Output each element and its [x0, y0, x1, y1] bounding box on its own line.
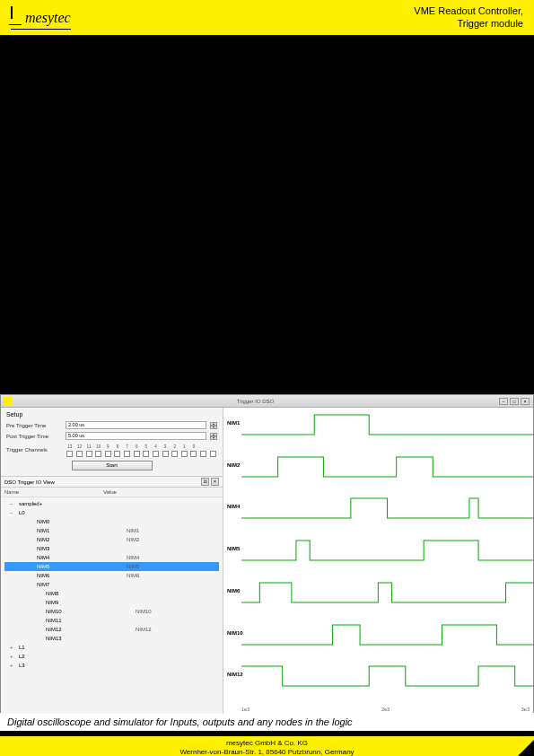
channel-checkbox[interactable] [143, 451, 149, 457]
channel-checkbox[interactable] [124, 451, 130, 457]
scope-trace-label: NIM4 [227, 504, 240, 509]
channel-checkbox[interactable] [66, 451, 73, 457]
channel-checkbox[interactable] [162, 451, 169, 457]
tree-item[interactable]: NIM4NIM4 [4, 553, 219, 562]
channels-grid-wrap: 131211109876543210 [66, 443, 217, 457]
scope-trace: NIM4 [223, 491, 533, 533]
posttrigger-input[interactable]: 5.00 us [66, 432, 206, 440]
channel-header [199, 444, 208, 449]
channel-checkbox[interactable] [210, 451, 216, 457]
tree-item[interactable]: NIM13 [4, 634, 219, 643]
setup-title: Setup [6, 411, 217, 418]
tree-item-name: sampled+ [19, 501, 109, 506]
tree-item-name: L2 [19, 654, 109, 659]
title-line-2: Trigger module [414, 18, 523, 30]
tree-item[interactable]: NIM11 [4, 616, 219, 625]
window-titlebar[interactable]: Trigger IO DSO – □ × [1, 395, 533, 408]
tree-group[interactable]: +L2 [4, 652, 219, 661]
pretrigger-spinner[interactable]: ▲▼ [210, 422, 217, 429]
channel-checkbox[interactable] [181, 451, 188, 457]
channel-checkbox[interactable] [105, 451, 111, 457]
tree-item-name: NIM13 [46, 636, 136, 641]
channel-header-row: 131211109876543210 [66, 444, 217, 449]
channel-header: 5 [142, 444, 151, 449]
footer-line-2: Wernher-von-Braun-Str. 1, 85640 Putzbrun… [0, 748, 534, 756]
scope-trace-label: NIM6 [227, 588, 240, 593]
tree-item-name: NIM0 [37, 519, 127, 524]
trace-undock-button[interactable]: ⧉ [201, 478, 209, 486]
expand-icon[interactable]: − [10, 510, 19, 515]
trace-close-button[interactable]: × [211, 478, 219, 486]
pretrigger-label: Pre Trigger Time [6, 423, 62, 428]
col-name: Name [4, 489, 103, 495]
posttrigger-label: Post Trigger Time [6, 434, 62, 439]
channel-checkbox[interactable] [171, 451, 178, 457]
tree-item[interactable]: NIM12NIM12 [4, 625, 219, 634]
channel-header: 12 [75, 444, 84, 449]
tree-group[interactable]: −L0 [4, 508, 219, 517]
channel-checkbox[interactable] [86, 451, 92, 457]
minimize-button[interactable]: – [499, 398, 508, 405]
maximize-button[interactable]: □ [510, 398, 519, 405]
tree-item-name: NIM4 [37, 555, 127, 560]
scope-trace: NIM10 [223, 618, 533, 660]
logo-text: mesytec [25, 10, 71, 25]
tree-group[interactable]: −sampled+ [4, 499, 219, 508]
tree-group[interactable]: +L3 [4, 661, 219, 670]
app-icon [3, 397, 12, 406]
channel-header: 7 [123, 444, 132, 449]
close-button[interactable]: × [521, 398, 530, 405]
page-header: mesytec VME Readout Controller, Trigger … [0, 0, 534, 36]
channel-checkbox[interactable] [114, 451, 120, 457]
tree-item[interactable]: NIM7 [4, 580, 219, 589]
scope-trace: NIM1 [223, 408, 533, 450]
expand-icon[interactable]: − [10, 501, 19, 506]
window-title: Trigger IO DSO [12, 399, 499, 404]
tree-item[interactable]: NIM0 [4, 517, 219, 526]
tree-item[interactable]: NIM9 [4, 598, 219, 607]
tree-item[interactable]: NIM3 [4, 544, 219, 553]
app-body: Setup Pre Trigger Time 2.00 us ▲▼ Post T… [1, 408, 533, 714]
channel-header: 2 [171, 444, 179, 449]
tree-item[interactable]: NIM1NIM1 [4, 526, 219, 535]
tree-item-name: NIM7 [37, 582, 127, 587]
tree-item-value: NIM10 [136, 609, 152, 614]
tree-item[interactable]: NIM10NIM10 [4, 607, 219, 616]
trace-columns-header: Name Value [1, 488, 223, 497]
posttrigger-spinner[interactable]: ▲▼ [210, 433, 217, 440]
tree-item-name: NIM3 [37, 546, 127, 551]
scope-x-axis: 1e32e33e3 [241, 707, 530, 712]
tree-item-value: NIM1 [127, 528, 139, 533]
tree-item[interactable]: NIM2NIM2 [4, 535, 219, 544]
footer-line-1: mesytec GmbH & Co. KG [0, 739, 534, 748]
pretrigger-input[interactable]: 2.00 us [66, 421, 206, 429]
expand-icon[interactable]: + [10, 654, 19, 659]
tree-item-name: L0 [19, 510, 109, 515]
channel-checkbox[interactable] [134, 451, 140, 457]
tree-item[interactable]: NIM8 [4, 589, 219, 598]
tree-item-name: L3 [19, 663, 109, 668]
scope-panel[interactable]: NIM1NIM2NIM4NIM5NIM6NIM10NIM121e32e33e3 [223, 408, 533, 714]
tree-group[interactable]: +L1 [4, 643, 219, 652]
trace-tree[interactable]: −sampled+−L0NIM0NIM1NIM1NIM2NIM2NIM3NIM4… [1, 497, 223, 672]
axis-tick: 3e3 [521, 707, 530, 712]
tree-item-name: NIM1 [37, 528, 127, 533]
tree-item-name: NIM11 [46, 618, 136, 623]
channel-checkbox[interactable] [76, 451, 83, 457]
channel-header: 4 [152, 444, 161, 449]
tree-item[interactable]: NIM6NIM6 [4, 571, 219, 580]
expand-icon[interactable]: + [10, 663, 19, 668]
channel-checkbox-row [66, 451, 217, 457]
channels-row: Trigger Channels 131211109876543210 [6, 443, 217, 457]
channel-checkbox[interactable] [153, 451, 159, 457]
channel-checkbox[interactable] [190, 451, 197, 457]
trace-panel: DSO Trigger IO View ⧉ × Name Value −samp… [1, 477, 223, 714]
channel-header: 1 [180, 444, 189, 449]
tree-item[interactable]: NIM5NIM5 [4, 562, 219, 571]
channels-label: Trigger Channels [6, 447, 62, 453]
trace-panel-titlebar: DSO Trigger IO View ⧉ × [1, 477, 223, 488]
channel-checkbox[interactable] [95, 451, 101, 457]
start-button[interactable]: Start [72, 461, 153, 470]
expand-icon[interactable]: + [10, 645, 19, 650]
channel-checkbox[interactable] [200, 451, 206, 457]
